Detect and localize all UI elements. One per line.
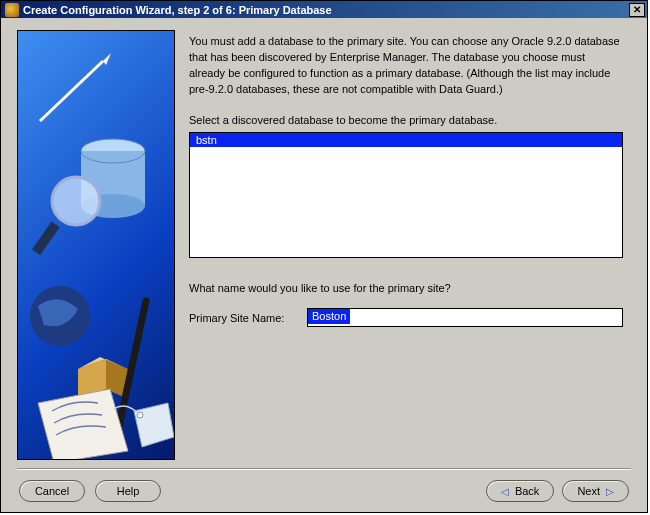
svg-rect-7	[32, 222, 60, 256]
wizard-side-graphic	[17, 30, 175, 460]
help-button[interactable]: Help	[95, 480, 161, 502]
chevron-left-icon: ◁	[501, 486, 509, 497]
back-button[interactable]: ◁ Back	[486, 480, 554, 502]
app-icon	[5, 3, 19, 17]
next-button-label: Next	[577, 485, 600, 497]
main-area: You must add a database to the primary s…	[1, 18, 647, 468]
cancel-button-label: Cancel	[35, 485, 69, 497]
close-icon[interactable]: ✕	[629, 3, 645, 17]
select-database-label: Select a discovered database to become t…	[189, 114, 623, 126]
svg-marker-1	[103, 53, 111, 65]
intro-text: You must add a database to the primary s…	[189, 34, 623, 98]
primary-site-name-input[interactable]: Boston	[307, 308, 623, 327]
chevron-right-icon: ▷	[606, 486, 614, 497]
site-name-label: Primary Site Name:	[189, 312, 299, 324]
help-button-label: Help	[117, 485, 140, 497]
wizard-window: Create Configuration Wizard, step 2 of 6…	[0, 0, 648, 513]
svg-point-6	[52, 177, 100, 225]
list-item[interactable]: bstn	[190, 133, 622, 147]
svg-marker-13	[38, 389, 128, 460]
content-pane: You must add a database to the primary s…	[175, 30, 631, 460]
cancel-button[interactable]: Cancel	[19, 480, 85, 502]
window-title: Create Configuration Wizard, step 2 of 6…	[23, 4, 629, 16]
footer-bar: Cancel Help ◁ Back Next ▷	[1, 470, 647, 512]
title-bar: Create Configuration Wizard, step 2 of 6…	[1, 1, 647, 18]
back-button-label: Back	[515, 485, 539, 497]
svg-line-0	[40, 61, 103, 121]
database-listbox[interactable]: bstn	[189, 132, 623, 258]
site-name-prompt: What name would you like to use for the …	[189, 282, 623, 294]
next-button[interactable]: Next ▷	[562, 480, 629, 502]
site-name-row: Primary Site Name: Boston	[189, 308, 623, 327]
svg-marker-14	[134, 403, 174, 447]
